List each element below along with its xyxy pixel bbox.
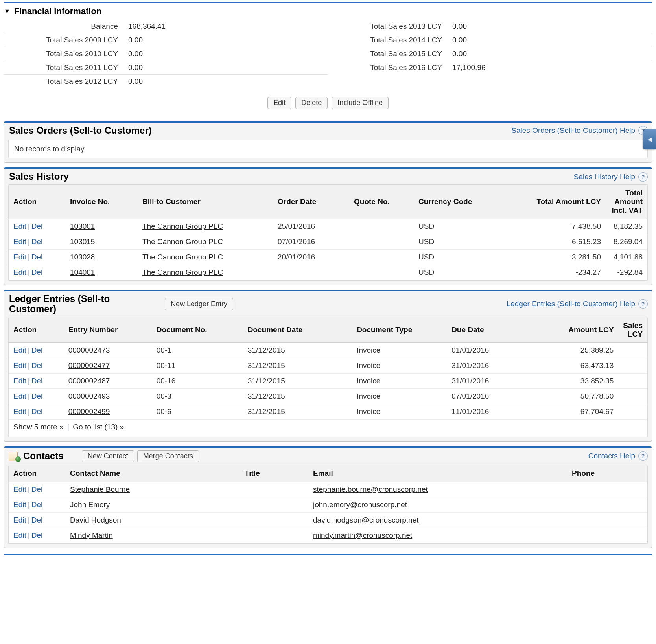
contacts-icon (9, 451, 19, 461)
help-icon[interactable]: ? (638, 451, 648, 461)
new-ledger-entry-button[interactable]: New Ledger Entry (165, 298, 233, 310)
entry-number-link[interactable]: 0000002487 (68, 377, 110, 385)
financial-info-value: 0.00 (128, 50, 143, 58)
delete-button[interactable]: Delete (295, 97, 328, 109)
bill-to-customer-link[interactable]: The Cannon Group PLC (142, 268, 223, 276)
action-cell: Edit|Del (9, 342, 64, 358)
edit-link[interactable]: Edit (13, 485, 26, 493)
col-action: Action (9, 317, 64, 343)
edit-link[interactable]: Edit (13, 361, 26, 370)
table-row: Edit|Del000000247300-131/12/2015Invoice0… (9, 342, 647, 358)
sales-history-panel: Sales History Sales History Help ? Actio… (4, 167, 652, 285)
col-invoice-no: Invoice No. (65, 185, 138, 219)
document-date-cell: 31/12/2015 (243, 342, 352, 358)
delete-link[interactable]: Del (31, 407, 43, 416)
financial-info-label: Total Sales 2012 LCY (4, 77, 128, 86)
currency-cell: USD (414, 265, 498, 280)
edit-link[interactable]: Edit (13, 237, 26, 246)
delete-link[interactable]: Del (31, 222, 43, 230)
delete-link[interactable]: Del (31, 237, 43, 246)
edit-link[interactable]: Edit (13, 222, 26, 230)
merge-contacts-button[interactable]: Merge Contacts (137, 450, 199, 462)
document-date-cell: 31/12/2015 (243, 358, 352, 373)
delete-link[interactable]: Del (31, 346, 43, 354)
contact-email-link[interactable]: mindy.martin@cronuscorp.net (313, 531, 412, 539)
due-date-cell: 31/01/2016 (447, 373, 531, 388)
financial-info-label: Total Sales 2011 LCY (4, 63, 128, 72)
entry-number-link[interactable]: 0000002499 (68, 407, 110, 416)
table-row: Edit|Del104001The Cannon Group PLCUSD-23… (9, 265, 647, 280)
edit-link[interactable]: Edit (13, 407, 26, 416)
edit-button[interactable]: Edit (267, 97, 291, 109)
delete-link[interactable]: Del (31, 516, 43, 524)
help-icon[interactable]: ? (638, 299, 648, 309)
contact-title-cell (240, 512, 308, 528)
edit-link[interactable]: Edit (13, 516, 26, 524)
currency-cell: USD (414, 234, 498, 249)
sales-history-help-link[interactable]: Sales History Help (574, 173, 635, 181)
ledger-show-more-link[interactable]: Show 5 more » (13, 423, 64, 431)
contact-email-link[interactable]: stephanie.bourne@cronuscorp.net (313, 485, 428, 493)
contact-name-link[interactable]: John Emory (70, 500, 110, 509)
edit-link[interactable]: Edit (13, 253, 26, 261)
sales-orders-help-link[interactable]: Sales Orders (Sell-to Customer) Help (511, 126, 635, 135)
ledger-entries-help-link[interactable]: Ledger Entries (Sell-to Customer) Help (507, 300, 635, 308)
help-icon[interactable]: ? (638, 172, 648, 182)
contacts-panel: Contacts New Contact Merge Contacts Cont… (4, 446, 652, 548)
delete-link[interactable]: Del (31, 485, 43, 493)
amount-lcy-cell: 25,389.25 (531, 342, 618, 358)
contact-email-link[interactable]: david.hodgson@cronuscorp.net (313, 516, 419, 524)
invoice-link[interactable]: 103015 (70, 237, 95, 246)
edit-link[interactable]: Edit (13, 531, 26, 539)
invoice-link[interactable]: 103028 (70, 253, 95, 261)
document-date-cell: 31/12/2015 (243, 373, 352, 388)
delete-link[interactable]: Del (31, 377, 43, 385)
edit-link[interactable]: Edit (13, 392, 26, 400)
delete-link[interactable]: Del (31, 392, 43, 400)
delete-link[interactable]: Del (31, 500, 43, 509)
bill-to-customer-link[interactable]: The Cannon Group PLC (142, 237, 223, 246)
col-sales-lcy: Sales LCY (618, 317, 647, 343)
side-collapse-tab[interactable] (643, 129, 656, 149)
edit-link[interactable]: Edit (13, 377, 26, 385)
financial-info-row: Total Sales 2011 LCY0.00 (4, 61, 328, 74)
action-cell: Edit|Del (9, 404, 64, 419)
edit-link[interactable]: Edit (13, 346, 26, 354)
include-offline-button[interactable]: Include Offline (332, 97, 389, 109)
edit-link[interactable]: Edit (13, 268, 26, 276)
financial-info-label: Balance (4, 22, 128, 31)
contact-name-link[interactable]: Stephanie Bourne (70, 485, 130, 493)
quote-no-cell (349, 219, 414, 234)
amount-lcy-cell: 50,778.50 (531, 388, 618, 404)
invoice-link[interactable]: 103001 (70, 222, 95, 230)
col-amount-lcy: Amount LCY (531, 317, 618, 343)
bill-to-customer-link[interactable]: The Cannon Group PLC (142, 222, 223, 230)
invoice-link[interactable]: 104001 (70, 268, 95, 276)
document-type-cell: Invoice (352, 373, 447, 388)
financial-info-row: Balance168,364.41 (4, 20, 328, 33)
table-row: Edit|Del000000249300-331/12/2015Invoice0… (9, 388, 647, 404)
new-contact-button[interactable]: New Contact (82, 450, 134, 462)
delete-link[interactable]: Del (31, 253, 43, 261)
document-type-cell: Invoice (352, 342, 447, 358)
delete-link[interactable]: Del (31, 361, 43, 370)
collapse-icon[interactable]: ▼ (4, 8, 10, 15)
contact-phone-cell (567, 528, 647, 543)
entry-number-link[interactable]: 0000002493 (68, 392, 110, 400)
edit-link[interactable]: Edit (13, 500, 26, 509)
entry-number-link[interactable]: 0000002477 (68, 361, 110, 370)
delete-link[interactable]: Del (31, 268, 43, 276)
bill-to-customer-link[interactable]: The Cannon Group PLC (142, 253, 223, 261)
ledger-go-to-list-link[interactable]: Go to list (13) » (73, 423, 124, 431)
contact-name-link[interactable]: David Hodgson (70, 516, 121, 524)
contacts-help-link[interactable]: Contacts Help (588, 452, 635, 460)
financial-info-row: Total Sales 2010 LCY0.00 (4, 47, 328, 61)
contact-name-link[interactable]: Mindy Martin (70, 531, 113, 539)
total-amount-incl-vat-cell: 8,269.04 (606, 234, 647, 249)
delete-link[interactable]: Del (31, 531, 43, 539)
col-order-date: Order Date (273, 185, 349, 219)
amount-lcy-cell: 67,704.67 (531, 404, 618, 419)
contact-email-link[interactable]: john.emory@cronuscorp.net (313, 500, 407, 509)
entry-number-link[interactable]: 0000002473 (68, 346, 110, 354)
table-row: Edit|Del103028The Cannon Group PLC20/01/… (9, 249, 647, 265)
